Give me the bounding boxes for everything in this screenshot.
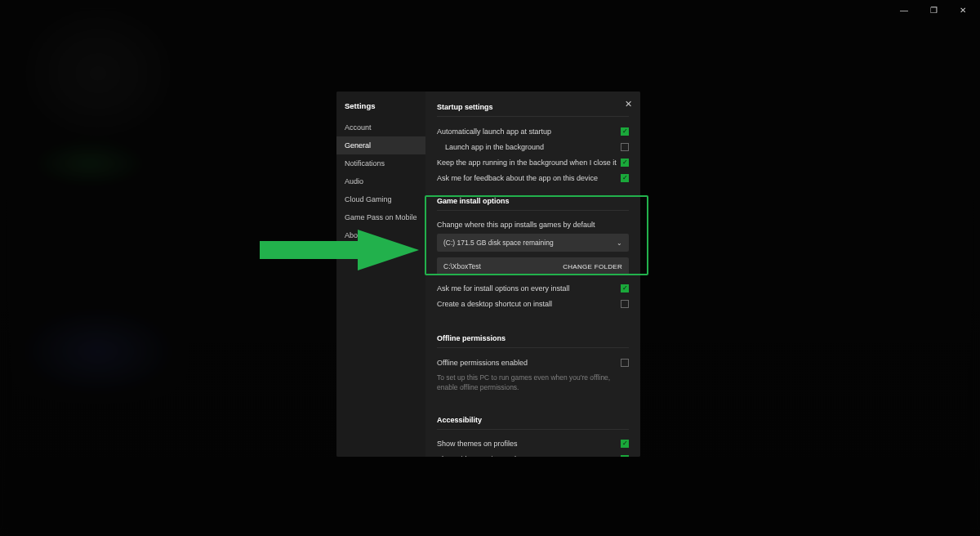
- section-accessibility: Accessibility Show themes on profiles ✓ …: [425, 404, 640, 457]
- row-desktop-shortcut: Create a desktop shortcut on install: [437, 296, 629, 311]
- section-offline-title: Offline permissions: [437, 323, 629, 348]
- label-change-where: Change where this app installs games by …: [437, 217, 629, 234]
- sidebar-item-account[interactable]: Account: [336, 118, 425, 136]
- label-feedback: Ask me for feedback about the app on thi…: [437, 174, 598, 182]
- checkbox-launch-background[interactable]: [621, 143, 629, 151]
- row-video-preview: Show video preview on hover ✓: [437, 452, 629, 457]
- window-controls: — ❐ ✕: [892, 0, 975, 20]
- folder-row: C:\XboxTest CHANGE FOLDER: [437, 257, 629, 275]
- row-feedback: Ask me for feedback about the app on thi…: [437, 170, 629, 185]
- checkbox-desktop-shortcut[interactable]: [621, 300, 629, 308]
- sidebar-item-game-pass-mobile[interactable]: Game Pass on Mobile: [336, 208, 425, 226]
- checkbox-themes-profiles[interactable]: ✓: [621, 440, 629, 448]
- sidebar-item-cloud-gaming[interactable]: Cloud Gaming: [336, 190, 425, 208]
- section-startup-title: Startup settings: [437, 92, 629, 117]
- drive-select-value: (C:) 171.5 GB disk space remaining: [443, 239, 554, 247]
- row-auto-launch: Automatically launch app at startup ✓: [437, 123, 629, 139]
- row-launch-background: Launch app in the background: [437, 139, 629, 154]
- section-offline: Offline permissions Offline permissions …: [425, 323, 640, 398]
- label-offline-enabled: Offline permissions enabled: [437, 359, 528, 367]
- row-ask-install: Ask me for install options on every inst…: [437, 280, 629, 296]
- checkbox-ask-install[interactable]: ✓: [621, 284, 629, 293]
- settings-modal: Settings Account General Notifications A…: [336, 92, 640, 457]
- folder-path-value: C:\XboxTest: [443, 262, 481, 270]
- checkbox-auto-launch[interactable]: ✓: [621, 127, 629, 136]
- section-install: Game install options Change where this a…: [425, 185, 640, 311]
- minimize-button[interactable]: —: [897, 3, 911, 16]
- settings-sidebar: Settings Account General Notifications A…: [336, 92, 425, 457]
- sidebar-item-audio[interactable]: Audio: [336, 172, 425, 190]
- label-launch-background: Launch app in the background: [445, 143, 544, 151]
- row-keep-running: Keep the app running in the background w…: [437, 154, 629, 170]
- close-window-button[interactable]: ✕: [956, 3, 970, 16]
- drive-select[interactable]: (C:) 171.5 GB disk space remaining ⌄: [437, 234, 629, 252]
- label-video-preview: Show video preview on hover: [437, 455, 533, 457]
- maximize-button[interactable]: ❐: [926, 3, 941, 16]
- checkbox-offline-enabled[interactable]: [621, 359, 629, 367]
- checkbox-feedback[interactable]: ✓: [621, 174, 629, 182]
- sidebar-item-notifications[interactable]: Notifications: [336, 154, 425, 172]
- label-ask-install: Ask me for install options on every inst…: [437, 284, 570, 293]
- label-keep-running: Keep the app running in the background w…: [437, 159, 617, 167]
- sidebar-item-general[interactable]: General: [336, 136, 425, 154]
- chevron-down-icon: ⌄: [617, 239, 622, 247]
- row-offline-enabled: Offline permissions enabled: [437, 355, 629, 370]
- section-startup: Startup settings Automatically launch ap…: [425, 92, 640, 185]
- label-themes-profiles: Show themes on profiles: [437, 440, 518, 448]
- checkbox-video-preview[interactable]: ✓: [621, 455, 629, 457]
- settings-content: ✕ Startup settings Automatically launch …: [425, 92, 640, 457]
- label-auto-launch: Automatically launch app at startup: [437, 127, 551, 136]
- close-modal-button[interactable]: ✕: [622, 98, 634, 109]
- label-desktop-shortcut: Create a desktop shortcut on install: [437, 300, 552, 308]
- section-install-title: Game install options: [437, 185, 629, 211]
- settings-title: Settings: [336, 92, 425, 118]
- change-folder-button[interactable]: CHANGE FOLDER: [563, 263, 622, 270]
- checkbox-keep-running[interactable]: ✓: [621, 159, 629, 167]
- sidebar-item-about[interactable]: About: [336, 226, 425, 244]
- row-themes-profiles: Show themes on profiles ✓: [437, 436, 629, 452]
- section-accessibility-title: Accessibility: [437, 404, 629, 430]
- offline-help-text: To set up this PC to run games even when…: [437, 370, 629, 398]
